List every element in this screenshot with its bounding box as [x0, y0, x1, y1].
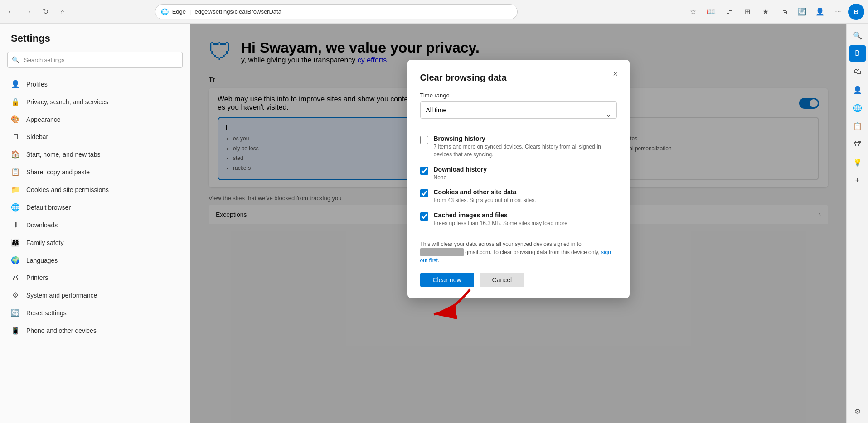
reading-mode-button[interactable]: 📖	[703, 4, 719, 20]
cookies-item: Cookies and other site data From 43 site…	[420, 188, 615, 204]
cached-item: Cached images and files Frees up less th…	[420, 212, 615, 227]
start-home-icon: 🏠	[11, 150, 20, 159]
downloads-icon: ⬇	[11, 221, 20, 229]
shopping-button[interactable]: 🛍	[776, 4, 792, 20]
sidebar-item-languages[interactable]: 🌍 Languages	[0, 251, 190, 269]
sidebar-item-privacy[interactable]: 🔒 Privacy, search, and services	[0, 93, 190, 111]
sidebar-item-system[interactable]: ⚙ System and performance	[0, 286, 190, 304]
sidebar-title: Settings	[0, 33, 190, 52]
browsing-history-checkbox[interactable]	[420, 136, 428, 144]
time-range-label: Time range	[420, 92, 617, 99]
download-history-checkbox[interactable]	[420, 167, 428, 175]
main-content: 🛡 Hi Swayam, we value your privacy. y, w…	[190, 24, 846, 423]
cookies-label: Cookies and other site data	[434, 188, 536, 196]
sidebar-item-reset[interactable]: 🔄 Reset settings	[0, 304, 190, 322]
cached-desc: Frees up less than 16.3 MB. Some sites m…	[434, 220, 567, 227]
sidebar-settings-button[interactable]: ⚙	[849, 403, 866, 419]
sidebar-item-label: Share, copy and paste	[26, 168, 90, 176]
cookies-checkbox[interactable]	[420, 189, 428, 197]
more-button[interactable]: ···	[830, 4, 846, 20]
sidebar-item-label: Languages	[26, 257, 58, 264]
split-view-button[interactable]: ⊞	[739, 4, 756, 20]
sidebar-nav-icon: 🖥	[11, 133, 20, 141]
sidebar-item-label: Printers	[26, 274, 48, 281]
home-button[interactable]: ⌂	[55, 5, 70, 19]
toolbar-right: ☆ 📖 🗂 ⊞ ★ 🛍 🔄 👤 ··· B	[685, 4, 864, 20]
refresh-button[interactable]: ↻	[38, 5, 53, 19]
clear-browsing-data-modal: × Clear browsing data Time range All tim…	[407, 60, 630, 298]
url-text: edge://settings/clearBrowserData	[194, 8, 281, 15]
browser-chrome: ← → ↻ ⌂ 🌐 Edge | edge://settings/clearBr…	[0, 0, 868, 24]
sidebar-item-label: Default browser	[26, 204, 71, 211]
edge-sync-button[interactable]: 🔄	[794, 4, 810, 20]
profiles-icon: 👤	[11, 80, 20, 88]
sidebar-item-start-home[interactable]: 🏠 Start, home, and new tabs	[0, 145, 190, 163]
cancel-button[interactable]: Cancel	[480, 273, 525, 287]
sidebar-ideas-button[interactable]: 💡	[849, 154, 866, 170]
sidebar-item-label: Profiles	[26, 81, 48, 88]
cached-checkbox[interactable]	[420, 212, 428, 221]
sidebar-item-sidebar-nav[interactable]: 🖥 Sidebar	[0, 128, 190, 145]
clear-now-button[interactable]: Clear now	[420, 273, 474, 287]
sidebar-browser-button[interactable]: 🌐	[849, 100, 866, 116]
sidebar-item-profiles[interactable]: 👤 Profiles	[0, 75, 190, 93]
sidebar-profile-button[interactable]: 👤	[849, 82, 866, 98]
time-range-select[interactable]: All time Last hour Last 24 hours Last 7 …	[420, 101, 617, 119]
address-separator: |	[189, 8, 191, 15]
browsing-history-label: Browsing history	[434, 135, 615, 142]
time-range-select-wrapper: All time Last hour Last 24 hours Last 7 …	[420, 101, 617, 127]
sidebar-maps-button[interactable]: 🗺	[849, 136, 866, 152]
sidebar-item-cookies[interactable]: 📁 Cookies and site permissions	[0, 181, 190, 198]
download-history-label: Download history	[434, 166, 487, 173]
sidebar-item-label: Family safety	[26, 239, 63, 246]
sidebar-search-button[interactable]: 🔍	[849, 27, 866, 43]
family-safety-icon: 👨‍👩‍👧	[11, 238, 20, 247]
sidebar-item-default-browser[interactable]: 🌐 Default browser	[0, 198, 190, 216]
phone-icon: 📱	[11, 326, 20, 335]
browsing-history-item: Browsing history 7 items and more on syn…	[420, 135, 615, 159]
sidebar-item-printers[interactable]: 🖨 Printers	[0, 269, 190, 286]
browsing-history-desc: 7 items and more on synced devices. Clea…	[434, 143, 615, 159]
printers-icon: 🖨	[11, 274, 20, 282]
bing-copilot-button[interactable]: B	[848, 4, 864, 20]
back-button[interactable]: ←	[4, 5, 18, 19]
forward-button[interactable]: →	[21, 5, 35, 19]
sidebar-item-downloads[interactable]: ⬇ Downloads	[0, 216, 190, 234]
search-icon: 🔍	[12, 56, 19, 63]
edge-label: Edge	[172, 8, 186, 15]
sidebar: Settings 🔍 👤 Profiles 🔒 Privacy, search,…	[0, 24, 190, 423]
sidebar-clipboard-button[interactable]: 📋	[849, 118, 866, 134]
checkbox-list: Browsing history 7 items and more on syn…	[420, 135, 617, 235]
modal-overlay: × Clear browsing data Time range All tim…	[190, 24, 846, 423]
sidebar-item-share[interactable]: 📋 Share, copy and paste	[0, 163, 190, 181]
sidebar-item-label: Sidebar	[26, 133, 48, 140]
cookies-icon: 📁	[11, 185, 20, 194]
download-history-desc: None	[434, 174, 487, 182]
sidebar-item-label: Appearance	[26, 116, 61, 123]
address-bar[interactable]: 🌐 Edge | edge://settings/clearBrowserDat…	[155, 4, 518, 19]
download-history-item: Download history None	[420, 166, 615, 182]
sidebar-item-family-safety[interactable]: 👨‍👩‍👧 Family safety	[0, 234, 190, 251]
right-sidebar: 🔍 B 🛍 👤 🌐 📋 🗺 💡 + ⚙	[846, 24, 868, 423]
sidebar-add-button[interactable]: +	[849, 172, 866, 188]
search-input[interactable]	[7, 52, 183, 68]
sidebar-item-label: Reset settings	[26, 309, 67, 317]
sidebar-shopping-button[interactable]: 🛍	[849, 63, 866, 80]
sidebar-copilot-button[interactable]: B	[849, 45, 866, 62]
sidebar-item-phone[interactable]: 📱 Phone and other devices	[0, 322, 190, 339]
sidebar-item-label: Downloads	[26, 221, 58, 229]
blurred-email: ██████ ████	[420, 248, 464, 256]
profile-button[interactable]: 👤	[812, 4, 828, 20]
sidebar-item-appearance[interactable]: 🎨 Appearance	[0, 111, 190, 128]
collections-button[interactable]: 🗂	[721, 4, 737, 20]
modal-title: Clear browsing data	[420, 72, 617, 83]
privacy-icon: 🔒	[11, 97, 20, 106]
favorites-button[interactable]: ★	[757, 4, 774, 20]
modal-actions: Clear now Cancel	[420, 273, 617, 287]
sidebar-item-label: Phone and other devices	[26, 327, 97, 334]
system-icon: ⚙	[11, 291, 20, 299]
star-button[interactable]: ☆	[685, 4, 701, 20]
edge-favicon: 🌐	[161, 8, 169, 15]
modal-close-button[interactable]: ×	[609, 67, 622, 81]
app-body: Settings 🔍 👤 Profiles 🔒 Privacy, search,…	[0, 24, 868, 423]
